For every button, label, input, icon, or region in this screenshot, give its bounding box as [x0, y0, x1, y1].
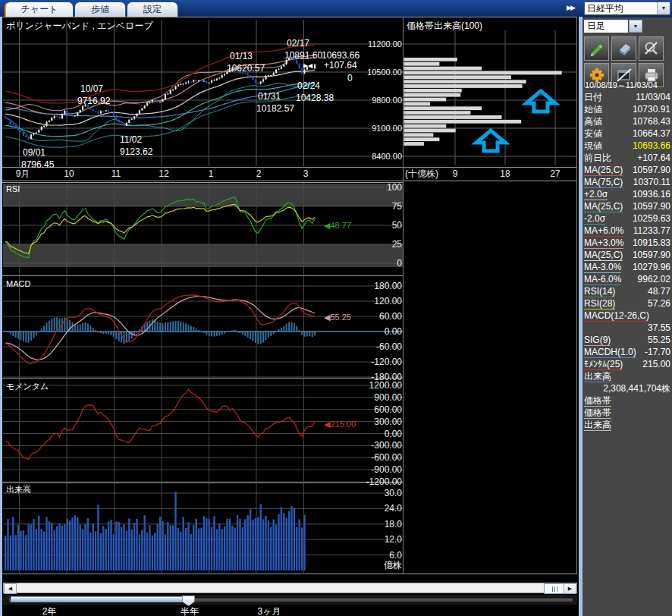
range-label[interactable]: 半年 — [181, 605, 199, 616]
symbol-select[interactable]: 日経平均 ▼ — [584, 2, 670, 15]
sidebar-row-label[interactable]: MA+6.0% — [584, 225, 623, 237]
svg-text:価格帯出来高(100): 価格帯出来高(100) — [407, 20, 482, 31]
sidebar-row: MA-3.0%10279.96 — [584, 262, 670, 274]
svg-text:30.0: 30.0 — [385, 488, 403, 498]
sidebar-row-label[interactable]: MA(25,C) — [584, 201, 623, 213]
svg-text:01/13: 01/13 — [230, 51, 253, 61]
sidebar-row: -2.0σ10259.63 — [584, 213, 670, 225]
scrollbar-thumb[interactable] — [544, 583, 565, 594]
sidebar-row-label[interactable]: MACD(12-26,C) — [584, 310, 649, 322]
scroll-right-button[interactable]: ▶ — [564, 583, 576, 594]
sidebar-row-value: 10597.90 — [633, 165, 670, 177]
sidebar-row-value: 11233.77 — [633, 225, 670, 237]
sidebar-row-label[interactable]: MA(25,C) — [584, 250, 623, 262]
sidebar-row-label[interactable]: 価格帯 — [584, 395, 611, 407]
sidebar-row: RSI(14)48.77 — [584, 286, 670, 298]
sidebar-row: MACD(12-26,C) — [584, 310, 670, 322]
svg-text:25: 25 — [392, 239, 403, 250]
sidebar-row: 現値10693.66 — [584, 140, 670, 152]
svg-text:億株: 億株 — [384, 560, 402, 570]
date-range: 10/08/19～11/03/04 — [585, 80, 658, 91]
eraser-button[interactable] — [611, 36, 636, 61]
pencil-button[interactable] — [584, 36, 609, 61]
svg-text:900.00: 900.00 — [374, 392, 402, 403]
sidebar-row: 2,308,441,704株 — [584, 383, 670, 395]
sidebar-row-label[interactable]: RSI(14) — [584, 286, 615, 298]
sidebar-row-label[interactable]: MA+3.0% — [584, 237, 623, 250]
sidebar-row-value: 215.00 — [642, 359, 670, 371]
svg-text:60.00: 60.00 — [379, 311, 402, 322]
time-range-slider[interactable] — [3, 595, 577, 605]
svg-text:9100.00: 9100.00 — [372, 124, 402, 133]
scroll-left-button[interactable]: ◀ — [4, 583, 17, 594]
svg-text:600.00: 600.00 — [374, 404, 402, 415]
chart-canvas: ボリンジャーバンド , エンベロープ11200.0010500.009800.0… — [2, 17, 579, 574]
sidebar-row-label[interactable]: 出来高 — [584, 371, 611, 383]
sidebar-row-label[interactable]: MACDH(1.0) — [584, 347, 636, 359]
svg-text:10428.38: 10428.38 — [296, 93, 334, 103]
horizontal-scrollbar[interactable]: ◀ ▶ — [3, 583, 577, 593]
sidebar-row: MA+6.0%11233.77 — [584, 225, 670, 237]
svg-text:180.00: 180.00 — [374, 281, 402, 291]
svg-text:10620.57: 10620.57 — [227, 63, 265, 74]
sidebar-row-value: 10915.83 — [633, 237, 670, 250]
sidebar-row: +2.0σ10936.16 — [584, 189, 670, 201]
sidebar-row-value: 55.25 — [648, 335, 670, 347]
sidebar-row-label[interactable]: 出来高 — [584, 420, 611, 432]
svg-text:-600.00: -600.00 — [371, 452, 402, 463]
svg-text:◀48.77: ◀48.77 — [324, 221, 351, 230]
sidebar-row-label[interactable]: RSI(28) — [584, 298, 615, 310]
sidebar-row: 安値10664.37 — [584, 128, 670, 140]
expand-right-icon[interactable]: ▶▶ — [567, 4, 574, 11]
sidebar-row-label: 前日比 — [584, 152, 611, 165]
sidebar-row-value: 37.55 — [648, 322, 670, 335]
tab-bar: チャート 歩値 設定 ▶▶ — [0, 0, 672, 17]
pencil-icon — [589, 40, 605, 57]
sidebar-row-label[interactable]: ﾓﾒﾝﾀﾑ(25) — [584, 359, 623, 371]
sidebar-row-label[interactable]: +2.0σ — [584, 189, 608, 201]
range-label[interactable]: 3ヶ月 — [258, 605, 281, 616]
quote-panel: 日付11/03/04始値10730.91高値10768.43安値10664.37… — [584, 92, 670, 432]
svg-text:75: 75 — [392, 201, 403, 212]
tab-chart[interactable]: チャート — [5, 2, 74, 17]
sidebar-row-label[interactable]: MA(75,C) — [584, 177, 623, 189]
zoom-off-button[interactable] — [639, 36, 664, 61]
sidebar-row-value: 10370.11 — [633, 177, 670, 189]
svg-text:01/31: 01/31 — [258, 91, 281, 102]
tab-settings[interactable]: 設定 — [127, 2, 178, 17]
sidebar-row-value: 48.77 — [648, 286, 670, 298]
chevron-down-icon[interactable]: ▼ — [629, 20, 642, 33]
sidebar-row-label[interactable]: SIG(9) — [584, 335, 611, 347]
sidebar-row-value: 11/03/04 — [636, 92, 670, 104]
svg-text:-60.00: -60.00 — [376, 341, 402, 352]
slider-thumb[interactable] — [182, 596, 195, 606]
tab-price-steps[interactable]: 歩値 — [74, 2, 126, 17]
svg-text:9716.92: 9716.92 — [77, 96, 111, 106]
bottom-controls: ◀ ▶ 2年半年3ヶ月 — [2, 574, 579, 616]
chevron-down-icon[interactable]: ▼ — [657, 2, 670, 14]
sidebar-row-label: 日付 — [584, 92, 602, 104]
sidebar-row-value: -17.70 — [645, 347, 670, 359]
sidebar-row: 出来高 — [584, 420, 670, 432]
sidebar-row-label[interactable]: -2.0σ — [584, 213, 605, 225]
svg-text:2: 2 — [256, 168, 262, 179]
svg-text:0: 0 — [397, 258, 402, 269]
sidebar-row-label[interactable]: MA-6.0% — [584, 274, 621, 286]
sidebar-row-label[interactable]: MA(25,C) — [584, 165, 623, 177]
svg-text:モメンタム: モメンタム — [6, 382, 49, 391]
svg-text:24.0: 24.0 — [385, 503, 403, 514]
sidebar-row: ﾓﾒﾝﾀﾑ(25)215.00 — [584, 359, 670, 371]
chart-region: ボリンジャーバンド , エンベロープ11200.0010500.009800.0… — [2, 17, 579, 574]
svg-text:02/24: 02/24 — [297, 80, 320, 91]
sidebar-row-value: 2,308,441,704株 — [603, 383, 670, 395]
sidebar-row-label[interactable]: 価格帯 — [584, 407, 611, 420]
sidebar-row-label[interactable]: MA-3.0% — [584, 262, 621, 274]
svg-text:◀215.00: ◀215.00 — [324, 420, 356, 429]
svg-text:1200.00: 1200.00 — [369, 380, 403, 391]
range-label[interactable]: 2年 — [42, 605, 57, 616]
sidebar-row: 始値10730.91 — [584, 104, 670, 116]
period-select[interactable]: 日足 — [584, 20, 628, 33]
sidebar-row-label: 高値 — [584, 116, 602, 128]
svg-text:◀55.25: ◀55.25 — [324, 313, 351, 322]
sidebar-row: MA(25,C)10597.90 — [584, 250, 670, 262]
